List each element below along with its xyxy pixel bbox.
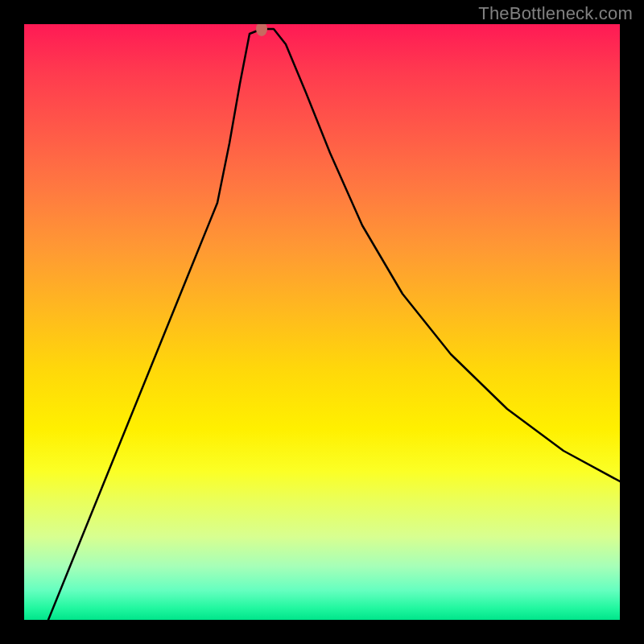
plot-area [24, 24, 620, 620]
bottleneck-curve [24, 24, 620, 620]
watermark-text: TheBottleneck.com [478, 3, 633, 24]
chart-frame: TheBottleneck.com [0, 0, 644, 644]
